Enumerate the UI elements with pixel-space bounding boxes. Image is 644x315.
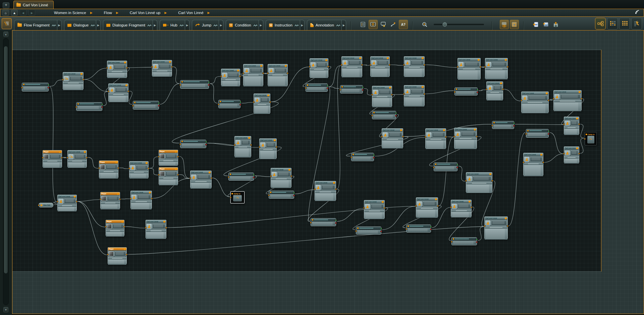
flow-node-flow-bar[interactable] — [133, 101, 159, 110]
flow-node-player-fragment[interactable]: Player — [100, 192, 120, 209]
breadcrumb-item[interactable]: Flow — [103, 11, 113, 15]
flow-node-dialogue-fragment[interactable]: Carl von Linné — [404, 56, 425, 76]
flow-navigator-button[interactable] — [2, 18, 12, 29]
flow-node-dialogue-fragment[interactable]: Carl von Linné — [364, 200, 385, 218]
export-word-button[interactable]: W — [531, 20, 540, 29]
flow-node-flow-bar[interactable] — [180, 80, 209, 89]
flow-node-flow-bar[interactable] — [340, 85, 363, 93]
comments-button[interactable] — [379, 20, 388, 29]
flow-node-flow-bar[interactable] — [311, 218, 336, 226]
flow-node-dialogue-fragment[interactable]: Carl von Linné — [404, 85, 425, 106]
tool-dialogue-fragment-dropdown[interactable]: ▶ — [153, 20, 157, 30]
tool-annotation[interactable]: Annotation — [307, 20, 343, 30]
tool-flow-fragment[interactable]: Flow Fragment — [14, 20, 59, 30]
flow-node-dialogue-fragment[interactable]: Carl von Linné — [221, 69, 240, 86]
tool-instruction-dropdown[interactable]: ▶ — [300, 20, 305, 30]
zoom-slider[interactable] — [434, 24, 484, 25]
flow-node-dialogue-fragment[interactable]: Carl von Linné — [57, 195, 77, 211]
flow-node-dialogue-fragment[interactable]: Carl von Linné — [129, 161, 149, 178]
flow-node-dialogue-fragment[interactable]: Carl von Linné — [485, 58, 508, 79]
flow-node-dialogue-fragment[interactable]: Carl von Linné — [341, 56, 362, 77]
flow-node-dialogue-fragment[interactable]: Carl von Linné — [370, 56, 390, 76]
tool-instruction[interactable]: Instruction — [266, 20, 302, 30]
flow-node-dialogue-fragment[interactable]: Carl von Linné — [458, 58, 481, 79]
flow-node-dialogue-fragment[interactable]: Carl von Linné — [243, 64, 263, 86]
flow-node-flow-bar[interactable] — [180, 140, 206, 148]
flow-node-flow-bar[interactable] — [351, 153, 374, 161]
flow-node-dialogue-fragment[interactable]: Carl von Linné — [254, 93, 270, 113]
flow-node-flow-bar[interactable] — [372, 111, 396, 119]
tool-jump[interactable]: Jump — [192, 20, 220, 30]
flow-node-player-fragment[interactable]: Player — [108, 247, 127, 264]
flow-node-dialogue-fragment[interactable]: Carl von Linné — [271, 168, 291, 187]
export-xps-button[interactable]: XPS — [541, 20, 550, 29]
flow-node-flow-bar[interactable] — [76, 102, 102, 111]
flow-node-dialogue-fragment[interactable]: Carl von Linné — [451, 200, 472, 217]
flow-node-dialogue-fragment[interactable]: Carl von Linné — [146, 220, 166, 238]
flow-node-dialogue-fragment[interactable]: Carl von Linné — [107, 61, 127, 77]
tool-dialogue[interactable]: Dialogue — [64, 20, 98, 30]
flow-node-flow-bar[interactable] — [434, 163, 458, 171]
flow-node-dialogue-fragment[interactable]: Carl von Linné — [234, 136, 251, 157]
flow-node-dialogue-fragment[interactable]: Carl von Linné — [564, 117, 579, 134]
flow-node-flow-bar[interactable] — [269, 191, 294, 199]
tool-hub-dropdown[interactable]: ▶ — [185, 20, 190, 30]
flow-node-dialogue-fragment[interactable]: Carl von Linné — [268, 64, 288, 86]
export-save-button[interactable] — [551, 20, 560, 29]
properties-wrench-button[interactable] — [631, 18, 642, 29]
flow-node-flow-bar[interactable] — [454, 87, 478, 96]
scroll-down-button[interactable]: ▼ — [3, 307, 8, 312]
flow-node-dialogue-fragment[interactable]: Carl von Linné — [63, 72, 84, 89]
flow-node-dialogue-fragment[interactable]: Carl von Linné — [152, 60, 172, 76]
flow-node-flow-bar[interactable] — [228, 173, 254, 181]
vertical-scrollbar-thumb[interactable] — [4, 46, 8, 274]
flow-node-player-fragment[interactable]: Player — [43, 150, 62, 167]
flow-node-dialogue-fragment[interactable]: Carl von Linné — [486, 81, 503, 100]
flow-node-player-fragment[interactable]: Player — [159, 150, 178, 165]
flow-node-player-fragment[interactable]: Player — [159, 167, 178, 185]
flow-node-dialogue-fragment[interactable]: Carl von Linné — [259, 138, 277, 159]
tool-condition-dropdown[interactable]: ▶ — [259, 20, 263, 30]
flow-node-dialogue-fragment[interactable]: Carl von Linné — [67, 150, 87, 167]
flow-node-hub[interactable]: Idea Hub — [39, 203, 53, 207]
flow-node-flow-bar[interactable] — [218, 100, 240, 108]
rss-feed-icon[interactable] — [635, 10, 640, 16]
flow-node-dialogue-fragment[interactable]: Carl von Linné — [130, 191, 152, 209]
flow-canvas[interactable]: Carl von LinnéCarl von LinnéCarl von Lin… — [12, 30, 644, 314]
flow-node-flow-bar[interactable] — [22, 83, 49, 91]
zoom-in-button[interactable] — [420, 20, 429, 29]
flow-node-dialogue-fragment[interactable]: Carl von Linné — [372, 86, 392, 107]
flow-view-button[interactable] — [595, 18, 606, 29]
breadcrumb-item[interactable]: Carl Von Linné — [177, 11, 205, 15]
back-button[interactable]: ◄ — [20, 10, 26, 16]
flow-node-dialogue-fragment[interactable]: Carl von Linné — [310, 58, 328, 77]
breadcrumb-item[interactable]: Women in Science — [53, 11, 88, 15]
flow-node-dialogue-fragment[interactable]: Carl von Linné — [315, 181, 336, 200]
flow-node-dialogue-fragment[interactable]: Carl von Linné — [466, 172, 492, 192]
flow-node-flow-bar[interactable] — [492, 121, 514, 129]
tool-hub[interactable]: Hub — [160, 20, 186, 30]
grid-full-view-button[interactable] — [619, 18, 630, 29]
navigate-up-button[interactable]: ▲ — [11, 10, 18, 16]
tool-dialogue-dropdown[interactable]: ▶ — [96, 20, 101, 30]
connection-pointer-button[interactable] — [389, 20, 398, 29]
flow-node-jump[interactable]: Jump to↷ — [585, 132, 597, 145]
tool-flow-fragment-dropdown[interactable]: ▶ — [57, 20, 62, 30]
flow-node-player-fragment[interactable]: Player — [106, 220, 124, 236]
document-tab-active[interactable]: Carl Von Linné — [13, 1, 54, 9]
home-button[interactable]: ⌂ — [2, 10, 9, 16]
tool-dialogue-fragment[interactable]: Dialogue Fragment — [103, 20, 154, 30]
zoom-slider-knob[interactable] — [442, 22, 447, 27]
flow-node-dialogue-fragment[interactable]: Carl von Linné — [382, 128, 403, 148]
spellcheck-button[interactable]: A? — [399, 20, 408, 29]
flow-node-dialogue-fragment[interactable]: Carl von Linné — [454, 128, 477, 148]
tool-jump-dropdown[interactable]: ▶ — [219, 20, 223, 30]
flow-node-flow-bar[interactable] — [526, 129, 549, 138]
flow-node-player-fragment[interactable]: Player — [99, 161, 118, 178]
flow-node-dialogue-fragment[interactable]: Carl von Linné — [521, 91, 549, 113]
tool-annotation-dropdown[interactable]: ▶ — [341, 20, 346, 30]
flow-node-flow-bar[interactable] — [451, 237, 477, 245]
snap-to-grid-button[interactable] — [510, 20, 519, 29]
flow-node-dialogue-fragment[interactable]: Carl von Linné — [425, 128, 446, 148]
flow-node-dialogue-fragment[interactable]: Carl von Linné — [484, 216, 508, 239]
